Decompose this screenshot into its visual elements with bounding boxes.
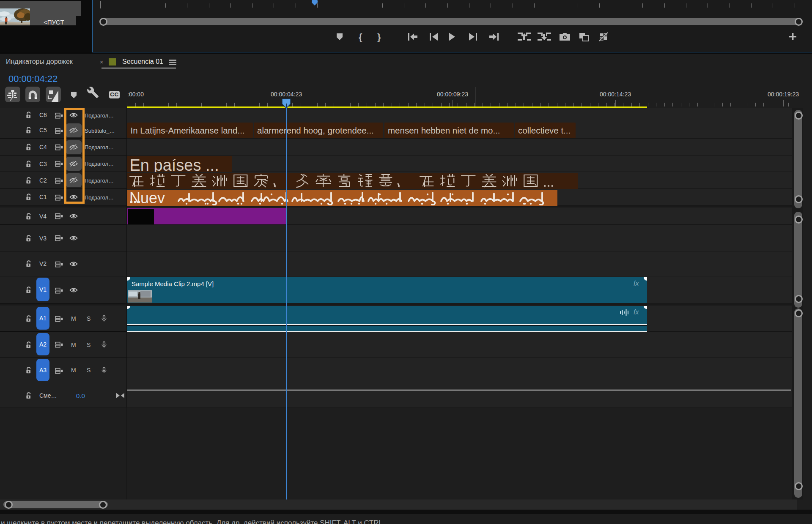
svg-text:{: { [359, 32, 362, 42]
svg-text:}: } [377, 32, 381, 42]
